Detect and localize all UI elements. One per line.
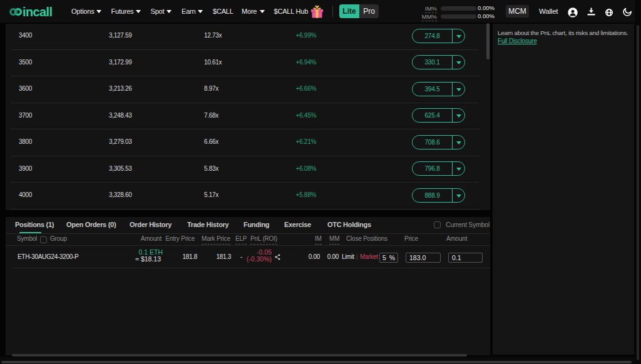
svg-text:incall: incall: [23, 5, 53, 19]
